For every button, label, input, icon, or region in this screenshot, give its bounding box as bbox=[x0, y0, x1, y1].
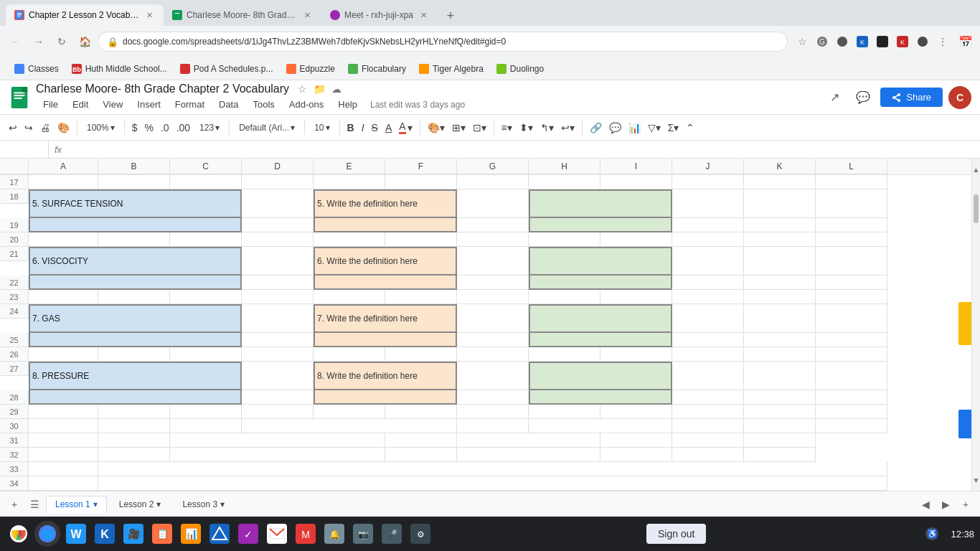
grid-cell[interactable] bbox=[600, 232, 672, 247]
bookmark-tiger[interactable]: Tiger Algebra bbox=[413, 62, 489, 76]
menu-file[interactable]: File bbox=[36, 96, 65, 113]
rotate-button[interactable]: ↰▾ bbox=[537, 118, 557, 137]
grid-cell[interactable] bbox=[672, 405, 744, 419]
col-header-A[interactable]: A bbox=[29, 159, 98, 174]
extension-icon-2[interactable] bbox=[834, 33, 851, 50]
grid-cell[interactable] bbox=[672, 247, 744, 276]
grid-cell[interactable] bbox=[385, 347, 457, 362]
vocab-term-cell[interactable]: 5. SURFACE TENSION bbox=[29, 189, 242, 218]
taskbar-forms[interactable]: 📋 bbox=[149, 521, 175, 547]
cloud-icon[interactable]: ☁ bbox=[329, 82, 344, 96]
taskbar-drive[interactable] bbox=[207, 521, 232, 547]
grid-cell[interactable] bbox=[242, 175, 314, 189]
grid-cell[interactable] bbox=[385, 290, 457, 304]
grid-cell[interactable] bbox=[672, 304, 744, 333]
grid-cell[interactable] bbox=[29, 405, 98, 419]
grid-cell[interactable] bbox=[29, 419, 98, 433]
taskbar-icon-11[interactable]: 🔔 bbox=[321, 521, 347, 547]
vocab-def-cell[interactable]: 5. Write the definition here bbox=[314, 189, 457, 218]
align-button[interactable]: ≡▾ bbox=[499, 118, 515, 137]
grid-cell[interactable] bbox=[744, 247, 816, 276]
grid-cell[interactable] bbox=[672, 290, 744, 304]
grid-cell[interactable] bbox=[29, 290, 98, 304]
grid-cell[interactable] bbox=[242, 276, 314, 290]
grid-cell[interactable] bbox=[672, 433, 744, 448]
grid-cell[interactable] bbox=[29, 462, 98, 476]
grid-cell[interactable] bbox=[529, 405, 600, 419]
grid-cell[interactable] bbox=[457, 333, 529, 347]
grid-cell[interactable] bbox=[816, 175, 887, 189]
grid-cell[interactable] bbox=[816, 405, 887, 419]
chrome-menu-icon[interactable]: ⋮ bbox=[934, 33, 951, 50]
underline-button[interactable]: A bbox=[382, 118, 395, 137]
grid-cell[interactable] bbox=[816, 347, 887, 362]
grid-cell[interactable] bbox=[816, 390, 887, 405]
grid-cell[interactable] bbox=[744, 405, 816, 419]
col-header-E[interactable]: E bbox=[314, 159, 385, 174]
new-tab-button[interactable]: + bbox=[440, 6, 461, 26]
grid-cell[interactable] bbox=[242, 218, 314, 232]
grid-cell-merged[interactable] bbox=[529, 390, 672, 405]
grid-cell[interactable] bbox=[600, 175, 672, 189]
grid-cell[interactable] bbox=[242, 362, 314, 390]
corner-cell[interactable] bbox=[0, 159, 29, 174]
grid-cell[interactable] bbox=[170, 175, 242, 189]
forward-button[interactable]: → bbox=[29, 32, 49, 52]
col-header-K[interactable]: K bbox=[744, 159, 816, 174]
tab-active[interactable]: Chapter 2 Lesson 2 Vocab Shee ✕ bbox=[6, 4, 164, 26]
taskbar-icon-10[interactable]: M bbox=[293, 521, 319, 547]
grid-cell[interactable] bbox=[98, 405, 170, 419]
menu-edit[interactable]: Edit bbox=[65, 96, 95, 113]
grid-cell[interactable] bbox=[529, 419, 672, 433]
menu-tools[interactable]: Tools bbox=[245, 96, 281, 113]
grid-cell[interactable] bbox=[314, 232, 385, 247]
grid-cell[interactable] bbox=[242, 189, 314, 218]
grid-cell[interactable] bbox=[600, 347, 672, 362]
grid-cell[interactable] bbox=[170, 232, 242, 247]
col-header-L[interactable]: L bbox=[816, 159, 887, 174]
vertical-scrollbar[interactable]: ▲ ▼ bbox=[971, 159, 980, 491]
grid-cell-merged[interactable] bbox=[529, 276, 672, 290]
vocab-answer-cell[interactable] bbox=[529, 304, 672, 333]
grid-cell[interactable] bbox=[314, 290, 385, 304]
grid-cell[interactable] bbox=[98, 232, 170, 247]
undo-button[interactable]: ↩ bbox=[6, 118, 20, 137]
grid-cell-merged[interactable] bbox=[314, 390, 457, 405]
grid-cell[interactable] bbox=[242, 232, 314, 247]
grid-cell[interactable] bbox=[744, 448, 816, 462]
grid-cell[interactable] bbox=[98, 448, 170, 462]
grid-cell[interactable] bbox=[170, 405, 242, 419]
vocab-term-cell[interactable]: 8. PRESSURE bbox=[29, 362, 242, 390]
folder-icon[interactable]: 📁 bbox=[312, 82, 326, 96]
grid-cell[interactable] bbox=[29, 232, 98, 247]
grid-cell[interactable] bbox=[457, 433, 600, 448]
grid-cell[interactable] bbox=[170, 448, 385, 462]
taskbar-icon-14[interactable]: ⚙ bbox=[407, 521, 433, 547]
taskbar-icon-13[interactable]: 🎤 bbox=[379, 521, 405, 547]
grid-cell[interactable] bbox=[29, 175, 98, 189]
grid-cell-merged[interactable] bbox=[529, 333, 672, 347]
grid-cell[interactable] bbox=[600, 405, 672, 419]
menu-data[interactable]: Data bbox=[212, 96, 245, 113]
grid-cell[interactable] bbox=[816, 290, 887, 304]
grid-cell[interactable] bbox=[98, 476, 887, 491]
grid-cell[interactable] bbox=[672, 189, 744, 218]
bookmark-edpuzzle[interactable]: Edpuzzle bbox=[281, 62, 341, 76]
taskbar-icon-8[interactable]: ✓ bbox=[235, 521, 261, 547]
menu-insert[interactable]: Insert bbox=[130, 96, 168, 113]
grid-cell[interactable] bbox=[672, 448, 744, 462]
taskbar-chrome[interactable] bbox=[6, 521, 32, 547]
grid-cell[interactable] bbox=[385, 232, 457, 247]
paint-format-button[interactable]: 🎨 bbox=[55, 118, 72, 137]
zoom-dropdown[interactable]: 100% ▾ bbox=[82, 118, 120, 137]
col-header-C[interactable]: C bbox=[170, 159, 242, 174]
grid-cell[interactable] bbox=[170, 290, 242, 304]
scroll-left-button[interactable]: ◀ bbox=[917, 496, 934, 513]
grid-cell[interactable] bbox=[672, 390, 744, 405]
grid-cell[interactable] bbox=[744, 290, 816, 304]
taskbar-gmail[interactable] bbox=[264, 521, 290, 547]
explore-icon[interactable]: ↗ bbox=[823, 86, 846, 109]
add-sheet-right-button[interactable]: + bbox=[957, 496, 974, 513]
grid-cell[interactable] bbox=[29, 433, 98, 448]
grid-cell[interactable] bbox=[385, 175, 457, 189]
